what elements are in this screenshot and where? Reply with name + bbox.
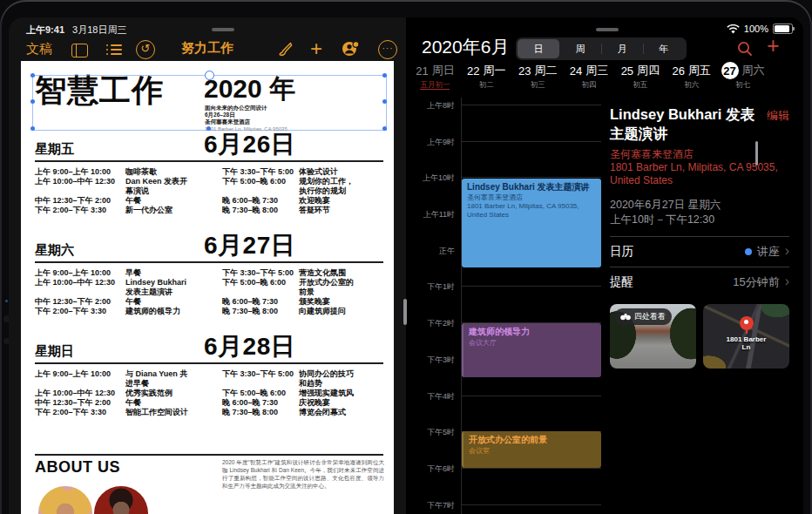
add-icon[interactable]: + xyxy=(310,37,322,61)
status-date: 3月18日周三 xyxy=(72,24,126,37)
hour-label: 下午7时 xyxy=(409,500,455,511)
schedule-time: 下午 2:00–下午 3:30 xyxy=(35,408,125,417)
detail-location-name: 圣何塞喜来登酒店 xyxy=(610,148,789,161)
schedule-time: 晚 6:00–晚 7:30 xyxy=(222,398,299,408)
document-page[interactable]: 智慧工作 2020 年 面向未来的办公空间设计 6月26–28日 圣何塞喜来登酒… xyxy=(21,61,394,514)
alert-row-value: 15分钟前 xyxy=(733,274,779,290)
day-weekday: 周六 xyxy=(742,63,765,78)
speaker-photo-dan xyxy=(94,486,148,514)
event-location: 会议大厅 xyxy=(469,338,596,348)
day-weekday: 周四 xyxy=(637,63,660,78)
edit-button[interactable]: 编辑 xyxy=(767,108,789,124)
schedule-title: 答疑环节 xyxy=(299,206,356,215)
selection-rotate-handle[interactable] xyxy=(205,71,214,80)
week-day-21[interactable]: 21周日 五月初一 xyxy=(409,61,461,98)
alert-row[interactable]: 提醒 15分钟前› xyxy=(610,267,789,297)
schedule-time: 上午 9:00–上午 10:00 xyxy=(35,167,125,177)
ipad-device-frame: 上午9:41 3月18日周三 文稿 ↺ 努力工作 + ··· xyxy=(0,0,812,514)
selection-handle[interactable] xyxy=(382,99,387,104)
day-weekday: 周二 xyxy=(534,63,557,78)
hour-label: 上午8时 xyxy=(409,100,455,112)
lunar-label: 初四 xyxy=(564,80,615,91)
week-day-26[interactable]: 26周五 初六 xyxy=(666,61,717,98)
event-open-office[interactable]: 开放式办公室的前景 会议室 xyxy=(462,431,601,468)
about-rule xyxy=(35,454,383,456)
schedule-time: 中午 12:30–下午 2:00 xyxy=(35,398,125,408)
day-weekday: 周日 xyxy=(432,63,455,78)
hour-label: 正午 xyxy=(409,246,455,257)
schedule-title: 欢迎晚宴 xyxy=(299,196,356,206)
date-heading: 6月26日 xyxy=(204,128,295,161)
calendar-month-title: 2020年6月 xyxy=(422,35,509,59)
status-bar-left: 上午9:41 3月18日周三 xyxy=(26,24,126,37)
multitask-pill[interactable] xyxy=(212,28,234,31)
status-bar-right: 100% xyxy=(727,24,793,34)
selection-handle[interactable] xyxy=(382,126,387,131)
week-strip: 21周日 五月初一 22周一 初二 23周二 初三 24周三 初四 25周四 xyxy=(409,61,768,98)
map-thumbnail[interactable]: 1801 Barber Ln xyxy=(703,304,789,369)
schedule-title: Dan Keen 发表开幕演说 xyxy=(125,177,192,196)
calendar-row[interactable]: 日历 讲座› xyxy=(610,236,789,267)
segment-week[interactable]: 周 xyxy=(559,39,601,58)
schedule-title: 优秀实践范例 xyxy=(125,389,192,398)
week-day-27-selected[interactable]: 27周六 初七 xyxy=(717,61,768,98)
more-icon[interactable]: ··· xyxy=(378,40,397,59)
schedule-time: 下午 5:00–晚 6:00 xyxy=(222,389,299,398)
schedule-time: 上午 10:00–中午 12:30 xyxy=(35,389,125,398)
selection-handle[interactable] xyxy=(30,126,35,131)
selection-box[interactable] xyxy=(32,75,387,131)
detail-time: 上午10时－下午12:30 xyxy=(610,213,789,227)
segment-day[interactable]: 日 xyxy=(518,39,559,58)
selection-handle[interactable] xyxy=(382,73,387,78)
calendar-row-label: 日历 xyxy=(610,244,633,260)
schedule-time: 下午 3:30–下午 5:00 xyxy=(222,268,299,278)
wifi-icon xyxy=(727,24,740,34)
lunar-label: 初五 xyxy=(614,80,666,91)
schedule-time: 下午 2:00–下午 3:30 xyxy=(35,206,125,215)
event-leadership[interactable]: 建筑师的领导力 会议大厅 xyxy=(462,323,601,377)
week-day-25[interactable]: 25周四 初五 xyxy=(614,61,666,98)
selection-handle[interactable] xyxy=(30,73,35,78)
look-around-pill: 四处看看 xyxy=(614,308,672,325)
schedule-title: 营造文化氛围 xyxy=(299,268,356,278)
multitask-pill[interactable] xyxy=(596,28,619,31)
day-timeline[interactable]: 上午8时 上午9时 上午10时 上午11时 正午 下午1时 下午2时 下午3时 … xyxy=(409,98,603,514)
event-address: 1801 Barber Ln, Milpitas, CA 95035, Unit… xyxy=(467,202,596,220)
alert-row-label: 提醒 xyxy=(610,274,633,290)
week-day-23[interactable]: 23周二 初三 xyxy=(512,61,564,98)
split-view-divider[interactable] xyxy=(403,299,407,325)
scroll-indicator xyxy=(755,141,758,166)
segment-year[interactable]: 年 xyxy=(643,39,685,58)
search-icon[interactable] xyxy=(737,41,753,60)
schedule-time: 下午 5:00–晚 6:00 xyxy=(222,177,299,196)
calendar-color-dot xyxy=(745,248,752,255)
hour-label: 下午6时 xyxy=(409,463,455,475)
add-event-icon[interactable]: + xyxy=(767,33,780,58)
selection-handle[interactable] xyxy=(30,99,35,104)
format-brush-icon[interactable] xyxy=(277,41,293,60)
lunar-label: 初七 xyxy=(717,80,768,91)
look-around-thumbnail[interactable]: 四处看看 xyxy=(610,304,696,369)
look-around-label: 四处看看 xyxy=(634,311,666,322)
weekday-heading: 星期五 xyxy=(35,141,74,158)
detail-location-address: 1801 Barber Ln, Milpitas, CA 95035, Unit… xyxy=(610,161,789,187)
segment-month[interactable]: 月 xyxy=(601,39,643,58)
schedule-time: 上午 9:00–上午 10:00 xyxy=(35,268,125,278)
week-day-22[interactable]: 22周一 初二 xyxy=(461,61,512,98)
hour-gridline xyxy=(462,396,601,396)
week-day-24[interactable]: 24周三 初四 xyxy=(564,61,615,98)
event-keynote[interactable]: Lindsey Bukhari 发表主题演讲 圣何塞喜来登酒店 1801 Bar… xyxy=(462,179,601,267)
schedule-time: 下午 3:30–下午 5:00 xyxy=(222,167,299,177)
day-weekday: 周一 xyxy=(484,63,506,78)
detail-location: 圣何塞喜来登酒店 1801 Barber Ln, Milpitas, CA 95… xyxy=(610,148,789,187)
schedule-title: 午餐 xyxy=(125,297,192,307)
collaborate-icon[interactable] xyxy=(342,40,360,61)
day-number: 22 xyxy=(467,64,479,78)
schedule-time: 晚 7:30–晚 8:00 xyxy=(222,206,299,215)
lunar-label: 初六 xyxy=(666,80,717,91)
bezel-dot xyxy=(5,300,8,302)
hour-gridline xyxy=(462,177,601,178)
schedule-title: 早餐 xyxy=(125,268,192,278)
day-section-saturday: 星期六 6月27日 上午 9:00–上午 10:00早餐 上午 10:00–中午… xyxy=(35,239,383,316)
battery-percent: 100% xyxy=(744,24,768,34)
